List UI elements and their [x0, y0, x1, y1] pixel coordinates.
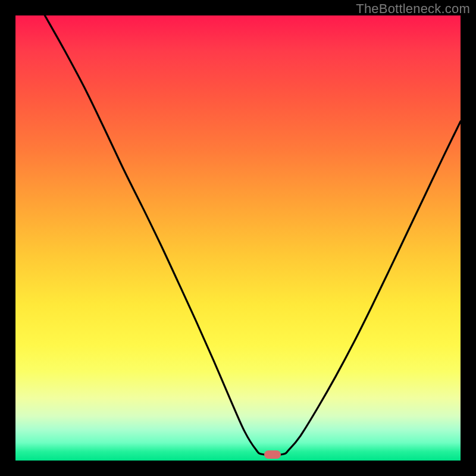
curve-svg	[15, 15, 461, 461]
watermark-text: TheBottleneck.com	[356, 1, 470, 17]
plot-area	[15, 15, 461, 461]
bottleneck-curve	[45, 15, 461, 455]
chart-frame: TheBottleneck.com	[0, 0, 476, 476]
minimum-marker	[264, 450, 281, 459]
